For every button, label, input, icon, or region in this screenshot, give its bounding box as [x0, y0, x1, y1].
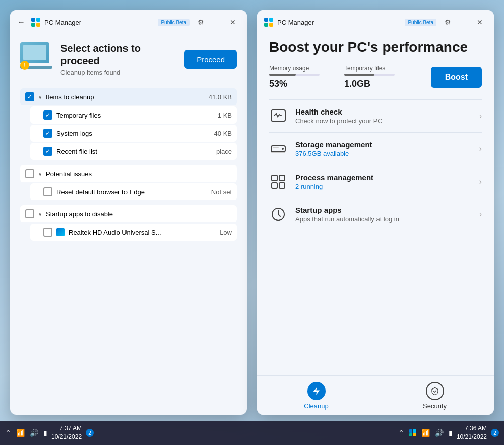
taskbar: ⌃ 📶 🔊 ▮ 7:37 AM 10/21/2022 2 ⌃ 📶 🔊 ▮ 7:3… — [0, 421, 504, 445]
svg-rect-8 — [272, 183, 277, 188]
realtek-app-icon — [56, 228, 65, 236]
tempfiles-bar-fill — [344, 74, 374, 76]
settings-button[interactable]: ⚙ — [194, 15, 208, 29]
right-system-logo — [409, 429, 416, 436]
memory-bar-fill — [269, 74, 296, 76]
system-logs-label: System logs — [56, 130, 92, 137]
realtek-item[interactable]: Realtek HD Audio Universal S... Low — [30, 224, 237, 241]
potential-issues-checkbox[interactable] — [25, 169, 34, 178]
svg-rect-1 — [276, 121, 280, 122]
nav-cleanup[interactable]: Cleanup — [257, 376, 375, 415]
reset-browser-checkbox[interactable] — [43, 187, 52, 196]
temp-files-label: Temporary files — [56, 112, 101, 119]
wifi-left-icon: 📶 — [16, 429, 25, 437]
chevron-up-right-icon: ⌃ — [398, 429, 404, 437]
tempfiles-bar — [344, 74, 395, 76]
potential-issues-section[interactable]: ∨ Potential issues — [20, 165, 237, 182]
taskbar-left-badge: 2 — [86, 429, 94, 437]
svg-point-3 — [282, 148, 284, 150]
expand-icon: ∨ — [38, 94, 42, 100]
process-icon — [269, 173, 287, 191]
health-check-sub: Check now to protect your PC — [295, 117, 471, 125]
startup-item[interactable]: Startup apps Apps that run automatically… — [269, 198, 482, 231]
minimize-button[interactable]: – — [210, 15, 224, 29]
health-check-item[interactable]: Health check Check now to protect your P… — [269, 100, 482, 133]
action-header: ! Select actions to proceed Cleanup item… — [20, 42, 237, 76]
security-nav-label: Security — [423, 402, 447, 410]
action-subtitle: Cleanup items found — [60, 69, 176, 76]
system-logs-size: 40 KB — [214, 130, 232, 137]
tempfiles-stat: Temporary files 1.0GB — [344, 65, 395, 89]
temp-files-size: 1 KB — [218, 112, 232, 119]
expand-icon-3: ∨ — [38, 211, 42, 217]
nav-security[interactable]: Security — [375, 376, 494, 415]
realtek-checkbox[interactable] — [43, 228, 52, 237]
storage-icon — [269, 140, 287, 158]
items-size: 41.0 KB — [209, 93, 232, 101]
system-logs-checkbox[interactable]: ✓ — [43, 129, 52, 138]
startup-apps-label: Startup apps to disable — [46, 210, 113, 218]
beta-badge: Public Beta — [158, 19, 190, 26]
items-checkbox[interactable]: ✓ — [25, 92, 34, 101]
boost-title: Boost your PC's performance — [269, 39, 482, 55]
right-app-logo — [264, 18, 273, 27]
memory-label: Memory usage — [269, 65, 320, 72]
health-check-chevron: › — [479, 112, 482, 121]
startup-apps-section[interactable]: ∨ Startup apps to disable — [20, 205, 237, 222]
close-button[interactable]: ✕ — [226, 15, 240, 29]
right-date: 10/21/2022 — [457, 433, 487, 441]
security-nav-icon — [426, 382, 444, 400]
startup-title: Startup apps — [295, 206, 471, 214]
sound-left-icon: 🔊 — [30, 429, 38, 437]
svg-rect-9 — [279, 183, 285, 188]
svg-rect-4 — [273, 147, 279, 148]
taskbar-right-badge: 2 — [491, 429, 499, 437]
warning-dot: ! — [20, 61, 29, 70]
startup-apps-checkbox[interactable] — [25, 209, 34, 218]
svg-rect-7 — [279, 175, 285, 181]
process-item[interactable]: Process management 2 running › — [269, 165, 482, 198]
chevron-up-left-icon: ⌃ — [5, 429, 11, 437]
health-check-icon — [269, 107, 287, 125]
recent-files-size: place — [216, 148, 232, 155]
recent-files-checkbox[interactable]: ✓ — [43, 147, 52, 156]
right-close-button[interactable]: ✕ — [473, 15, 487, 29]
boost-button[interactable]: Boost — [431, 67, 482, 88]
storage-item[interactable]: Storage management 376.5GB available › — [269, 133, 482, 165]
startup-icon — [269, 205, 287, 224]
taskbar-right-icons: ⌃ 📶 🔊 ▮ — [398, 429, 453, 437]
temp-files-checkbox[interactable]: ✓ — [43, 110, 52, 120]
cleanup-nav-icon — [307, 382, 326, 400]
window-controls: ⚙ – ✕ — [194, 15, 240, 29]
taskbar-left-icons: ⌃ 📶 🔊 ▮ — [5, 429, 47, 437]
realtek-size: Low — [220, 229, 232, 236]
recent-files-item[interactable]: ✓ Recent file list place — [30, 143, 237, 160]
taskbar-right: ⌃ 📶 🔊 ▮ 7:36 AM 10/21/2022 2 — [252, 424, 499, 441]
battery-left-icon: ▮ — [43, 429, 47, 437]
left-titlebar: ← PC Manager Public Beta ⚙ – ✕ — [10, 10, 247, 34]
back-button[interactable]: ← — [17, 18, 25, 27]
temp-files-item[interactable]: ✓ Temporary files 1 KB — [30, 106, 237, 124]
svg-rect-6 — [272, 175, 277, 181]
svg-rect-5 — [271, 152, 285, 153]
reset-browser-label: Reset default browser to Edge — [56, 188, 145, 196]
proceed-button[interactable]: Proceed — [184, 50, 237, 69]
left-window-content: ! Select actions to proceed Cleanup item… — [10, 34, 247, 415]
items-label: Items to cleanup — [46, 93, 94, 101]
tempfiles-value: 1.0GB — [344, 79, 395, 89]
taskbar-left-time: 7:37 AM 10/21/2022 — [51, 424, 82, 441]
storage-text: Storage management 376.5GB available — [295, 140, 471, 157]
health-check-text: Health check Check now to protect your P… — [295, 107, 471, 125]
window-title: PC Manager — [44, 19, 154, 26]
startup-chevron: › — [479, 210, 482, 219]
system-logs-item[interactable]: ✓ System logs 40 KB — [30, 125, 237, 142]
process-chevron: › — [479, 177, 482, 186]
action-title: Select actions to proceed — [60, 42, 176, 67]
cleanup-section-items[interactable]: ✓ ∨ Items to cleanup 41.0 KB — [20, 88, 237, 105]
reset-browser-item[interactable]: Reset default browser to Edge Not set — [30, 183, 237, 200]
taskbar-right-time: 7:36 AM 10/21/2022 — [457, 424, 487, 441]
right-minimize-button[interactable]: – — [457, 15, 471, 29]
right-settings-button[interactable]: ⚙ — [440, 15, 455, 29]
right-window-controls: ⚙ – ✕ — [440, 15, 487, 29]
right-time: 7:36 AM — [457, 424, 487, 433]
